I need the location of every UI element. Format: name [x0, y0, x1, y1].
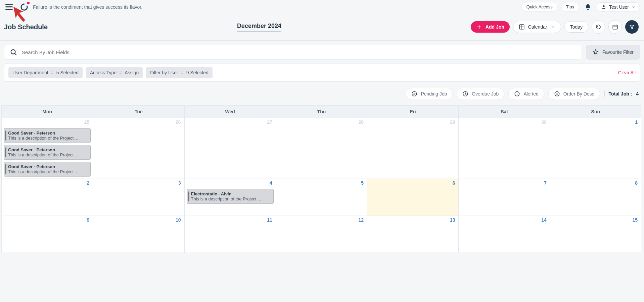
filter-chip[interactable]: Filter by User = 9 Selected: [146, 67, 213, 78]
plus-icon: [476, 24, 482, 30]
calendar-cell[interactable]: 14: [458, 216, 550, 253]
menu-button[interactable]: [3, 1, 15, 12]
calendar-cell[interactable]: 5: [276, 179, 367, 216]
user-menu[interactable]: Test User: [597, 2, 640, 12]
calendar-cell[interactable]: 30: [458, 118, 550, 179]
calendar-cell[interactable]: 13: [367, 216, 458, 253]
clock-icon: [462, 91, 468, 97]
calendar-day-header: Sat: [458, 106, 550, 118]
total-job: Total Job : 4: [604, 91, 639, 97]
job-card[interactable]: Good Saver - PetersonThis is a descripti…: [4, 162, 91, 177]
calendar-cell[interactable]: 29: [367, 118, 458, 179]
calendar-cell[interactable]: 8: [550, 179, 641, 216]
favourite-filter-label: Favourite Filter: [602, 49, 634, 55]
calendar-date-number: 4: [270, 180, 272, 186]
calendar-day-header: Mon: [1, 106, 93, 118]
refresh-button[interactable]: [592, 20, 605, 34]
filter-chip-label: Filter by User: [150, 70, 178, 75]
bell-icon: [585, 4, 591, 10]
calendar-cell[interactable]: 11: [184, 216, 276, 253]
tips-button[interactable]: Tips: [561, 2, 579, 12]
view-selector[interactable]: Calendar: [513, 21, 561, 33]
filter-chip[interactable]: Access Type = Assign: [86, 67, 143, 78]
order-by-label: Order By Desc: [563, 91, 594, 97]
quick-access-button[interactable]: Quick Access: [521, 2, 558, 12]
calendar-date-number: 11: [267, 217, 272, 223]
search-input[interactable]: [21, 49, 576, 55]
current-period[interactable]: December 2024: [237, 23, 281, 32]
today-button[interactable]: Today: [564, 21, 588, 33]
calendar-date-number: 26: [176, 119, 181, 125]
favourite-filter-button[interactable]: Favourite Filter: [586, 45, 640, 60]
pending-job-pill[interactable]: Pending Job: [406, 88, 453, 100]
filter-chip-value: 9 Selected: [186, 70, 209, 75]
calendar-cell[interactable]: 7: [458, 179, 550, 216]
svg-rect-3: [613, 25, 617, 29]
calendar-day-header: Fri: [367, 106, 458, 118]
svg-point-8: [517, 92, 518, 93]
job-card-title: Good Saver - Peterson: [8, 164, 88, 169]
job-card-desc: This is a description of the Project. ..…: [8, 136, 88, 141]
add-job-button[interactable]: Add Job: [471, 21, 510, 33]
total-job-value: 4: [636, 91, 639, 97]
calendar-cell[interactable]: 9: [1, 216, 93, 253]
calendar-date-number: 5: [361, 180, 364, 186]
clear-all-button[interactable]: Clear All: [618, 70, 636, 75]
grid-icon: [519, 24, 525, 30]
calendar-cell[interactable]: 2: [1, 179, 93, 216]
job-card-desc: This is a description of the Project. ..…: [8, 152, 88, 157]
job-card-desc: This is a description of the Project. ..…: [191, 196, 271, 201]
calendar-cell[interactable]: 12: [276, 216, 367, 253]
overdue-job-pill[interactable]: Overdue Job: [457, 88, 504, 100]
calendar-cell[interactable]: 15: [550, 216, 641, 253]
svg-point-9: [555, 91, 559, 96]
calendar-cell[interactable]: 26: [93, 118, 184, 179]
calendar-icon: [612, 24, 618, 30]
header-actions: Add Job Calendar Today: [471, 20, 639, 34]
search-box[interactable]: [4, 45, 582, 60]
notifications-button[interactable]: [583, 2, 593, 12]
order-by-pill[interactable]: Order By Desc: [548, 88, 600, 100]
svg-point-1: [603, 5, 604, 7]
calendar-cell[interactable]: 10: [93, 216, 184, 253]
calendar-day-header: Tue: [93, 106, 184, 118]
calendar-cell[interactable]: 25Good Saver - PetersonThis is a descrip…: [1, 118, 93, 179]
job-card[interactable]: Electrostatic - AlvinThis is a descripti…: [187, 189, 274, 204]
calendar-cell[interactable]: 4Electrostatic - AlvinThis is a descript…: [184, 179, 276, 216]
calendar-date-number: 30: [541, 119, 547, 125]
view-selector-label: Calendar: [528, 24, 547, 30]
filter-chip-op: =: [181, 70, 184, 75]
alerted-pill[interactable]: Alerted: [508, 88, 544, 100]
filter-chip-value: 5 Selected: [56, 70, 79, 75]
app-logo[interactable]: [19, 2, 29, 12]
calendar-cell[interactable]: 6: [367, 179, 458, 216]
filter-chip[interactable]: User Department = 5 Selected: [8, 67, 83, 78]
job-card[interactable]: Good Saver - PetersonThis is a descripti…: [4, 145, 91, 160]
calendar-cell[interactable]: 28: [276, 118, 367, 179]
calendar-body: 25Good Saver - PetersonThis is a descrip…: [1, 118, 641, 253]
total-job-label: Total Job :: [609, 91, 632, 97]
calendar-date-number: 6: [453, 180, 455, 186]
calendar-date-number: 1: [635, 119, 638, 125]
search-icon: [10, 48, 17, 56]
date-picker-button[interactable]: [608, 20, 622, 34]
logo-dot-icon: [27, 2, 30, 4]
calendar-date-number: 10: [176, 217, 181, 223]
check-circle-icon: [411, 91, 417, 97]
filter-button[interactable]: [625, 20, 639, 34]
job-card-title: Good Saver - Peterson: [8, 147, 88, 152]
calendar-date-number: 8: [635, 180, 638, 186]
filter-chip-label: Access Type: [90, 70, 117, 75]
logo-icon: [20, 3, 28, 11]
calendar-cell[interactable]: 27: [184, 118, 276, 179]
calendar-cell[interactable]: 1: [550, 118, 641, 179]
chevron-down-icon: [551, 25, 555, 29]
calendar-row: 25Good Saver - PetersonThis is a descrip…: [1, 118, 641, 179]
job-card-title: Good Saver - Peterson: [8, 130, 88, 136]
user-name-label: Test User: [609, 4, 629, 10]
job-card[interactable]: Good Saver - PetersonThis is a descripti…: [4, 128, 91, 143]
job-card-desc: This is a description of the Project. ..…: [8, 169, 88, 174]
topbar-right: Quick Access Tips Test User: [521, 2, 640, 12]
calendar-cell[interactable]: 3: [93, 179, 184, 216]
funnel-icon: [629, 24, 635, 30]
